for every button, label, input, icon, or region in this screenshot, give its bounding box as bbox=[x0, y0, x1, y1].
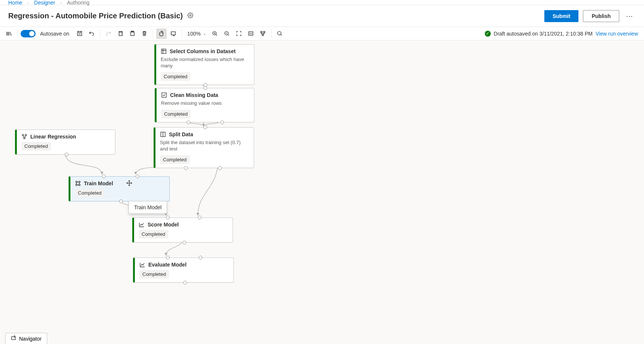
zoom-out-icon[interactable] bbox=[222, 28, 232, 39]
clean-icon bbox=[161, 92, 167, 98]
svg-point-0 bbox=[190, 15, 191, 16]
search-icon[interactable] bbox=[275, 28, 285, 39]
copy-icon[interactable] bbox=[115, 28, 126, 39]
input-port[interactable] bbox=[166, 256, 170, 259]
breadcrumb-home[interactable]: Home bbox=[8, 0, 22, 6]
breadcrumb: Home › Designer › Authoring bbox=[0, 0, 644, 5]
fit-screen-icon[interactable] bbox=[234, 28, 244, 39]
submit-button[interactable]: Submit bbox=[544, 10, 578, 22]
output-port[interactable] bbox=[218, 166, 222, 170]
svg-point-29 bbox=[79, 184, 80, 186]
input-port[interactable] bbox=[166, 216, 170, 219]
node-split-data[interactable]: Split Data Split the dataset into traini… bbox=[154, 127, 254, 168]
output-port[interactable] bbox=[184, 166, 188, 170]
tooltip-train-model: Train Model bbox=[129, 201, 167, 214]
node-title: Train Model bbox=[84, 180, 113, 186]
svg-rect-2 bbox=[119, 32, 122, 36]
svg-point-24 bbox=[25, 134, 27, 136]
node-score-model[interactable]: Score Model Completed bbox=[132, 217, 233, 243]
svg-rect-8 bbox=[249, 32, 253, 35]
node-status: Completed bbox=[139, 230, 168, 238]
svg-rect-5 bbox=[171, 32, 175, 35]
node-title: Score Model bbox=[148, 222, 179, 228]
node-title: Select Columns in Dataset bbox=[170, 48, 236, 54]
input-port[interactable] bbox=[198, 216, 202, 219]
score-icon bbox=[139, 222, 145, 228]
svg-point-26 bbox=[76, 181, 77, 183]
input-port[interactable] bbox=[199, 256, 202, 259]
input-port[interactable] bbox=[203, 125, 207, 129]
breadcrumb-designer[interactable]: Designer bbox=[34, 0, 55, 6]
chevron-down-icon[interactable]: ⌄ bbox=[203, 31, 206, 36]
chevron-right-icon: › bbox=[60, 0, 62, 5]
node-title: Evaluate Model bbox=[148, 262, 187, 268]
node-clean-missing-data[interactable]: Clean Missing Data Remove missing value … bbox=[155, 88, 254, 122]
svg-marker-15 bbox=[100, 172, 103, 174]
svg-point-28 bbox=[76, 184, 77, 186]
autosave-label: Autosave on bbox=[40, 31, 69, 37]
svg-rect-11 bbox=[262, 34, 264, 36]
output-port[interactable] bbox=[119, 200, 123, 203]
autosave-status-text: Draft autosaved on 3/11/2021, 2:10:38 PM bbox=[494, 31, 593, 37]
node-status: Completed bbox=[161, 110, 191, 118]
page-title: Regression - Automobile Price Prediction… bbox=[8, 12, 183, 20]
svg-rect-30 bbox=[12, 337, 16, 340]
svg-rect-20 bbox=[161, 49, 166, 54]
actual-size-icon[interactable] bbox=[246, 28, 256, 39]
svg-rect-9 bbox=[261, 31, 262, 33]
delete-icon[interactable] bbox=[139, 28, 150, 39]
node-status: Completed bbox=[21, 142, 51, 150]
library-icon[interactable] bbox=[4, 28, 14, 39]
split-icon bbox=[160, 131, 166, 137]
pan-icon[interactable] bbox=[156, 28, 167, 39]
zoom-in-icon[interactable] bbox=[210, 28, 220, 39]
toolbar: Autosave on 100% ⌄ ✓ Draft autosaved on … bbox=[0, 27, 644, 40]
autosave-toggle[interactable] bbox=[21, 30, 36, 37]
output-port[interactable] bbox=[220, 121, 224, 124]
redo-icon[interactable] bbox=[103, 28, 114, 39]
paste-icon[interactable] bbox=[127, 28, 138, 39]
node-status: Completed bbox=[160, 155, 190, 164]
more-options-button[interactable]: ⋯ bbox=[624, 10, 636, 22]
page-header: Regression - Automobile Price Prediction… bbox=[0, 5, 644, 27]
node-description: Split the dataset into training set (0.7… bbox=[160, 140, 249, 152]
status-success-icon: ✓ bbox=[485, 31, 491, 37]
train-icon bbox=[75, 180, 81, 186]
view-run-overview-link[interactable]: View run overview bbox=[596, 31, 638, 37]
svg-point-12 bbox=[278, 31, 281, 35]
select-icon[interactable] bbox=[168, 28, 179, 39]
output-port[interactable] bbox=[65, 153, 69, 156]
zoom-level[interactable]: 100% bbox=[187, 31, 201, 37]
node-train-model[interactable]: Train Model Completed bbox=[69, 176, 170, 201]
navigator-label: Navigator bbox=[19, 336, 42, 342]
node-description: Exclude normalized losses which have man… bbox=[161, 57, 250, 69]
navigator-toggle[interactable]: Navigator bbox=[5, 333, 47, 344]
chevron-right-icon: › bbox=[27, 0, 29, 5]
evaluate-icon bbox=[139, 262, 145, 268]
breadcrumb-authoring: Authoring bbox=[67, 0, 90, 6]
input-port[interactable] bbox=[203, 86, 207, 90]
svg-point-25 bbox=[24, 137, 25, 139]
output-port[interactable] bbox=[187, 121, 190, 124]
node-linear-regression[interactable]: Linear Regression Completed bbox=[15, 130, 115, 155]
gear-icon[interactable] bbox=[187, 12, 193, 20]
svg-marker-16 bbox=[134, 172, 137, 174]
output-port[interactable] bbox=[183, 281, 187, 284]
auto-layout-icon[interactable] bbox=[258, 28, 268, 39]
node-description: Remove missing value rows bbox=[161, 100, 250, 107]
undo-icon[interactable] bbox=[87, 28, 97, 39]
input-port[interactable] bbox=[136, 174, 139, 178]
svg-rect-21 bbox=[162, 93, 166, 97]
input-port[interactable] bbox=[102, 174, 106, 178]
svg-rect-10 bbox=[264, 31, 265, 33]
pipeline-canvas[interactable]: Select Columns in Dataset Exclude normal… bbox=[0, 40, 644, 344]
node-title: Linear Regression bbox=[30, 134, 76, 140]
svg-point-27 bbox=[79, 181, 80, 183]
svg-point-23 bbox=[22, 134, 24, 136]
publish-button[interactable]: Publish bbox=[583, 10, 619, 22]
node-select-columns[interactable]: Select Columns in Dataset Exclude normal… bbox=[154, 44, 254, 85]
svg-marker-19 bbox=[164, 253, 167, 256]
output-port[interactable] bbox=[182, 241, 186, 244]
node-evaluate-model[interactable]: Evaluate Model Completed bbox=[133, 258, 234, 283]
save-icon[interactable] bbox=[75, 28, 85, 39]
